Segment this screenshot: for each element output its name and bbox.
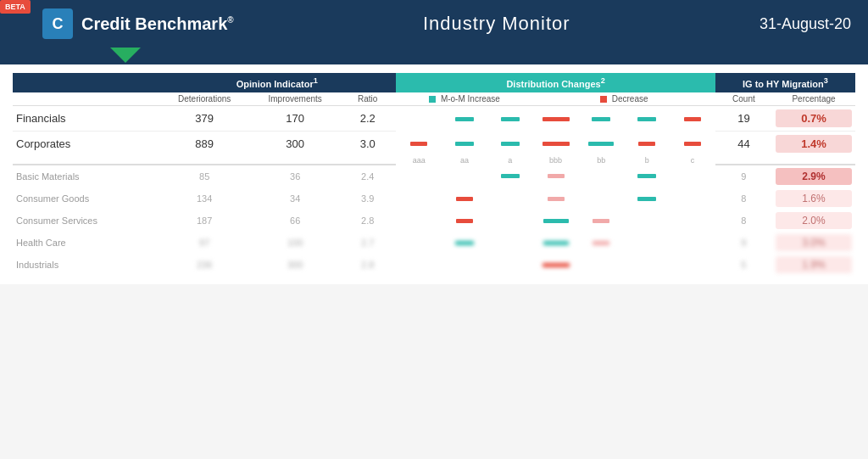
bar-cell-c	[670, 165, 715, 188]
count-value: 9	[715, 165, 772, 188]
ratio-value: 3.9	[339, 188, 396, 210]
deteriorations-value: 379	[158, 105, 251, 131]
improvements-value: 170	[251, 105, 339, 131]
table-row: Financials 379 170 2.2 19 0.7%	[13, 105, 855, 131]
bar-cell-b	[624, 210, 670, 232]
improvements-value: 36	[251, 165, 339, 188]
count-value: 19	[715, 105, 772, 131]
bar-cell-aa	[442, 105, 487, 131]
bar-cell-aa	[442, 210, 487, 232]
bar-cell-aa	[442, 165, 487, 188]
row-label: Consumer Services	[13, 210, 158, 232]
percentage-value: 1.9%	[772, 254, 855, 276]
bar-cell-bbb	[533, 131, 579, 156]
col-count: Count	[715, 92, 772, 106]
col-ratio: Ratio	[339, 92, 396, 106]
bar-cell-b	[624, 232, 670, 254]
beta-badge: BETA	[0, 0, 31, 14]
percentage-value: 1.6%	[772, 188, 855, 210]
row-label: Consumer Goods	[13, 188, 158, 210]
bar-cell-bbb	[533, 188, 579, 210]
col-header-row: Deteriorations Improvements Ratio M-o-M …	[13, 92, 855, 106]
bar-cell-aaa	[396, 210, 442, 232]
table-row: Corporates 889 300 3.0 44 1.4%	[13, 131, 855, 156]
bar-cell-aa	[442, 131, 487, 156]
count-value: 8	[715, 188, 772, 210]
bar-cell-c	[670, 131, 715, 156]
bar-cell-c	[670, 188, 715, 210]
improvements-value: 34	[251, 188, 339, 210]
bar-cell-aaa	[396, 254, 442, 276]
deteriorations-value: 889	[158, 131, 251, 156]
bar-cell-b	[624, 165, 670, 188]
improvements-value: 300	[251, 254, 339, 276]
teal-dot	[429, 96, 436, 103]
row-label: Corporates	[13, 131, 158, 156]
bar-cell-bb	[578, 188, 624, 210]
page-title: Industry Monitor	[423, 13, 570, 35]
ig-header: IG to HY Migration3	[715, 73, 855, 92]
bar-cell-bb	[578, 232, 624, 254]
grade-label-row: aaaaaabbbbbbc	[13, 156, 855, 165]
logo-name: Credit Benchmark®	[81, 14, 234, 34]
empty-header	[13, 73, 158, 92]
bar-cell-b	[624, 254, 670, 276]
table-row: Basic Materials 85 36 2.4 9 2.9%	[13, 165, 855, 188]
col-decrease: Decrease	[533, 92, 715, 106]
logo-icon: C	[42, 8, 73, 39]
bar-cell-bbb	[533, 105, 579, 131]
chevron-container	[0, 48, 868, 64]
percentage-value: 2.9%	[772, 165, 855, 188]
ratio-value: 2.8	[339, 254, 396, 276]
section-header-row: Opinion Indicator1 Distribution Changes2…	[13, 73, 855, 92]
ratio-value: 2.4	[339, 165, 396, 188]
bar-cell-c	[670, 232, 715, 254]
bar-cell-aaa	[396, 188, 442, 210]
improvements-value: 300	[251, 131, 339, 156]
row-label: Financials	[13, 105, 158, 131]
improvements-value: 66	[251, 210, 339, 232]
bar-cell-bbb	[533, 165, 579, 188]
bar-cell-aaa	[396, 165, 442, 188]
bar-cell-a	[487, 188, 533, 210]
header-logo: BETA C Credit Benchmark®	[17, 8, 234, 39]
table-row: Health Care 97 100 2.7 9 3.0%	[13, 232, 855, 254]
row-label: Industrials	[13, 254, 158, 276]
bar-cell-aa	[442, 254, 487, 276]
count-value: 5	[715, 254, 772, 276]
count-value: 44	[715, 131, 772, 156]
table-row: Industrials 236 300 2.8 5 1.9%	[13, 254, 855, 276]
row-label: Health Care	[13, 232, 158, 254]
count-value: 9	[715, 232, 772, 254]
percentage-value: 2.0%	[772, 210, 855, 232]
percentage-value: 1.4%	[772, 131, 855, 156]
bar-cell-bb	[578, 165, 624, 188]
ratio-value: 2.2	[339, 105, 396, 131]
ratio-value: 2.7	[339, 232, 396, 254]
deteriorations-value: 236	[158, 254, 251, 276]
bar-cell-a	[487, 165, 533, 188]
bar-cell-bb	[578, 210, 624, 232]
bar-cell-b	[624, 131, 670, 156]
red-dot	[600, 96, 607, 103]
row-label: Basic Materials	[13, 165, 158, 188]
bar-cell-a	[487, 210, 533, 232]
table-row: Consumer Services 187 66 2.8 8 2.0%	[13, 210, 855, 232]
col-percentage: Percentage	[772, 92, 855, 106]
ratio-value: 2.8	[339, 210, 396, 232]
percentage-value: 0.7%	[772, 105, 855, 131]
bar-cell-b	[624, 188, 670, 210]
bar-cell-c	[670, 105, 715, 131]
app-container: BETA C Credit Benchmark® Industry Monito…	[0, 0, 868, 284]
bar-cell-a	[487, 131, 533, 156]
deteriorations-value: 134	[158, 188, 251, 210]
bar-cell-a	[487, 232, 533, 254]
bar-cell-b	[624, 105, 670, 131]
bar-cell-bb	[578, 254, 624, 276]
bar-cell-aa	[442, 188, 487, 210]
bar-cell-bb	[578, 131, 624, 156]
count-value: 8	[715, 210, 772, 232]
bar-cell-bbb	[533, 210, 579, 232]
ratio-value: 3.0	[339, 131, 396, 156]
bar-cell-aa	[442, 232, 487, 254]
